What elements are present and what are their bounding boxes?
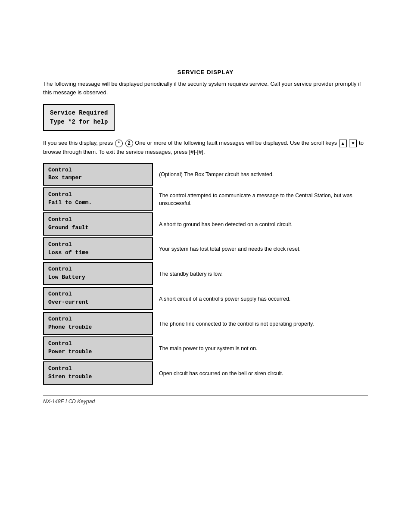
- fault-table: Control Box tamper(Optional) The Box Tam…: [43, 163, 368, 386]
- fault-row: Control Siren troubleOpen circuit has oc…: [43, 361, 368, 386]
- display-line2: Type *2 for help: [50, 118, 108, 127]
- fault-description-1: The control attempted to communicate a m…: [153, 187, 368, 212]
- fault-row: Control Low BatteryThe standby battery i…: [43, 262, 368, 286]
- footer-text: NX-148E LCD Keypad: [43, 398, 95, 404]
- footer-divider: NX-148E LCD Keypad: [43, 395, 368, 404]
- display-line1: Service Required: [50, 109, 108, 118]
- fault-description-4: The standby battery is low.: [153, 262, 368, 286]
- fault-row: Control Over-currentA short circuit of a…: [43, 287, 368, 311]
- fault-row: Control Box tamper(Optional) The Box Tam…: [43, 163, 368, 187]
- control-display-box-1: Control Fail to Comm.: [43, 187, 153, 211]
- control-display-box-4: Control Low Battery: [43, 262, 153, 285]
- fault-display-cell: Control Phone trouble: [43, 312, 153, 336]
- control-display-box-2: Control Ground fault: [43, 212, 153, 236]
- fault-description-0: (Optional) The Box Tamper circuit has ac…: [153, 163, 368, 187]
- fault-display-cell: Control Power trouble: [43, 336, 153, 361]
- fault-row: Control Power troubleThe main power to y…: [43, 336, 368, 361]
- control-display-box-7: Control Power trouble: [43, 336, 153, 360]
- fault-display-cell: Control Loss of time: [43, 237, 153, 261]
- control-display-box-6: Control Phone trouble: [43, 312, 153, 335]
- fault-display-cell: Control Low Battery: [43, 262, 153, 286]
- fault-display-cell: Control Ground fault: [43, 212, 153, 236]
- fault-display-cell: Control Over-current: [43, 287, 153, 311]
- two-key: 2: [125, 140, 133, 147]
- fault-row: Control Fail to Comm.The control attempt…: [43, 187, 368, 212]
- star-key: *: [115, 140, 123, 147]
- fault-description-7: The main power to your system is not on.: [153, 336, 368, 361]
- service-display-box: Service Required Type *2 for help: [43, 104, 115, 131]
- section-title: SERVICE DISPLAY: [43, 69, 368, 75]
- instruction-middle: One or more of the following fault messa…: [135, 140, 339, 146]
- control-display-box-3: Control Loss of time: [43, 237, 153, 261]
- instruction-prefix: If you see this display, press: [43, 140, 113, 146]
- fault-description-6: The phone line connected to the control …: [153, 312, 368, 336]
- fault-description-8: Open circuit has occurred on the bell or…: [153, 361, 368, 386]
- control-display-box-0: Control Box tamper: [43, 163, 153, 186]
- fault-row: Control Phone troubleThe phone line conn…: [43, 312, 368, 336]
- fault-description-5: A short circuit of a control's power sup…: [153, 287, 368, 311]
- control-display-box-8: Control Siren trouble: [43, 361, 153, 385]
- fault-row: Control Loss of timeYour system has lost…: [43, 237, 368, 261]
- instruction-paragraph: If you see this display, press * 2 One o…: [43, 139, 368, 157]
- fault-description-3: Your system has lost total power and nee…: [153, 237, 368, 261]
- fault-description-2: A short to ground has been detected on a…: [153, 212, 368, 236]
- up-arrow-key: ▲: [339, 140, 347, 147]
- fault-display-cell: Control Box tamper: [43, 163, 153, 187]
- control-display-box-5: Control Over-current: [43, 287, 153, 310]
- fault-display-cell: Control Fail to Comm.: [43, 187, 153, 212]
- fault-row: Control Ground faultA short to ground ha…: [43, 212, 368, 236]
- down-arrow-key: ▼: [349, 140, 357, 147]
- intro-paragraph: The following message will be displayed …: [43, 80, 368, 96]
- fault-display-cell: Control Siren trouble: [43, 361, 153, 386]
